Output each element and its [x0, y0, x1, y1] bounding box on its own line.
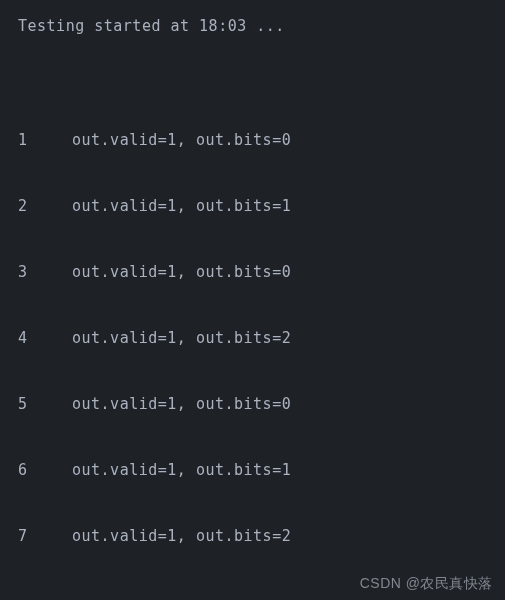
line-number: 7 [18, 524, 72, 548]
table-row: 2 out.valid=1, out.bits=1 [18, 194, 487, 218]
table-row: 4 out.valid=1, out.bits=2 [18, 326, 487, 350]
output-content: out.valid=1, out.bits=1 [72, 458, 291, 482]
output-content: out.valid=1, out.bits=2 [72, 326, 291, 350]
table-row: 5 out.valid=1, out.bits=0 [18, 392, 487, 416]
watermark: CSDN @农民真快落 [360, 572, 493, 594]
output-content: out.valid=1, out.bits=0 [72, 392, 291, 416]
output-content: out.valid=1, out.bits=1 [72, 194, 291, 218]
line-number: 6 [18, 458, 72, 482]
output-content: out.valid=1, out.bits=0 [72, 128, 291, 152]
output-content: out.valid=1, out.bits=2 [72, 524, 291, 548]
table-row: 3 out.valid=1, out.bits=0 [18, 260, 487, 284]
table-row: 7 out.valid=1, out.bits=2 [18, 524, 487, 548]
output-content: out.valid=1, out.bits=0 [72, 260, 291, 284]
line-number: 2 [18, 194, 72, 218]
test-header: Testing started at 18:03 ... [18, 14, 487, 38]
table-row: 1 out.valid=1, out.bits=0 [18, 128, 487, 152]
line-number: 4 [18, 326, 72, 350]
table-row: 6 out.valid=1, out.bits=1 [18, 458, 487, 482]
line-number: 5 [18, 392, 72, 416]
line-number: 3 [18, 260, 72, 284]
line-number: 1 [18, 128, 72, 152]
